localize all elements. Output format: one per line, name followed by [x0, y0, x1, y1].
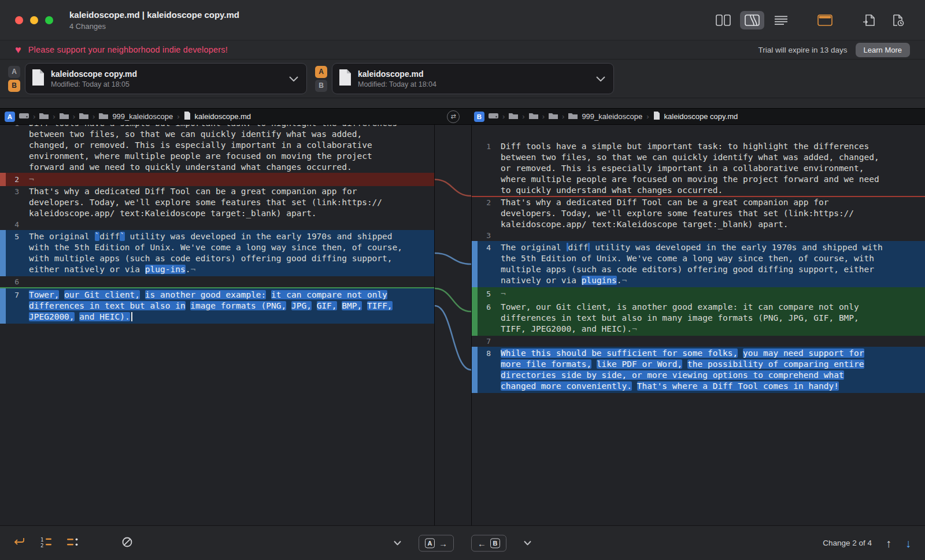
previous-change-button[interactable]: ↑ [886, 537, 891, 549]
diff-text [682, 359, 687, 369]
diff-line-ctx: 1Diff tools have a simple but important … [0, 125, 434, 173]
breadcrumb-file[interactable]: kaleidoscope.md [195, 112, 251, 121]
line-numbers-button[interactable]: 12 [40, 537, 52, 550]
diff-text: ¬ [632, 324, 637, 333]
folder-icon[interactable] [99, 112, 108, 121]
diff-text: . [617, 276, 622, 285]
breadcrumb-right: B › › › › 999_kaleidoscope › kaleidoscop… [472, 112, 925, 122]
line-numbers-icon: 12 [40, 537, 52, 550]
chevron-down-icon[interactable] [289, 73, 298, 84]
folder-icon[interactable] [39, 112, 49, 121]
connection-area [435, 125, 472, 525]
close-button[interactable] [15, 16, 23, 24]
diff-line-blank: 6 [0, 276, 434, 288]
next-change-button[interactable]: ↓ [905, 537, 911, 549]
diff-text: kaleidoscope.app/ text:Kaleidoscope targ… [501, 220, 789, 229]
file-shelf-button[interactable] [813, 11, 837, 29]
changes-list-button[interactable] [67, 537, 79, 550]
kaleidoscope-window: kaleidoscope.md | kaleidoscope copy.md 4… [0, 0, 925, 560]
show-invisibles-button[interactable] [13, 537, 25, 550]
zoom-button[interactable] [45, 16, 53, 24]
inline-diff-highlight: GIF, [317, 301, 337, 310]
folder-icon[interactable] [79, 112, 88, 121]
document-history-icon [891, 14, 904, 26]
diff-line-text [24, 276, 434, 287]
view-fluid-button[interactable] [740, 11, 764, 29]
copy-a-to-b-button[interactable]: A → [419, 535, 454, 551]
diff-text: That's why a dedicated Diff Tool can be … [501, 198, 828, 207]
diff-line-ctx: 1Diff tools have a simple but important … [472, 141, 925, 197]
view-two-pane-button[interactable] [711, 11, 735, 29]
view-toolbar [711, 11, 925, 29]
diff-text: with multiple apps (such as code editors… [29, 254, 393, 263]
diff-text: or removed. This is especially important… [501, 164, 864, 173]
line-number: 1 [472, 141, 496, 196]
file-icon [653, 112, 660, 121]
file-role-badges: A B [315, 66, 327, 92]
diff-text [312, 301, 317, 310]
diff-text: The original [29, 232, 95, 241]
inline-diff-highlight: plug-ins [145, 265, 186, 274]
document-icon [31, 69, 45, 88]
pane-a-badge: A [5, 112, 15, 122]
learn-more-button[interactable]: Learn More [856, 43, 910, 57]
b-letter-badge: B [490, 538, 500, 548]
merge-options-left-chevron[interactable] [394, 541, 401, 546]
diff-line-chg[interactable]: 4The original diff utility was developed… [472, 241, 925, 287]
view-unified-button[interactable] [769, 11, 793, 29]
diff-line-ctx: 3That's why a dedicated Diff Tool can be… [0, 186, 434, 219]
inline-diff-highlight: you may need support for [743, 348, 864, 358]
heart-icon: ♥ [15, 44, 21, 55]
folder-icon[interactable] [60, 112, 69, 121]
folder-icon[interactable] [529, 112, 538, 121]
line-number: 1 [0, 125, 24, 173]
diff-text [362, 301, 367, 310]
breadcrumb-separator: › [562, 112, 564, 121]
breadcrumb-file[interactable]: kaleidoscope copy.md [664, 112, 738, 121]
changes-count: 4 Changes [69, 22, 239, 31]
filter-off-icon [121, 536, 133, 550]
diff-text: changed, or removed. This is especially … [29, 140, 372, 150]
disk-icon[interactable] [489, 112, 498, 121]
folder-icon[interactable] [509, 112, 518, 121]
swap-files-button[interactable]: ⇄ [447, 110, 460, 123]
diff-line-add[interactable]: 5¬ [472, 287, 925, 301]
file-picker-row: A B kaleidoscope copy.md Modified: Today… [0, 60, 925, 98]
copy-b-to-a-button[interactable]: ← B [471, 535, 506, 551]
change-status: Change 2 of 4 [823, 539, 872, 547]
filter-button[interactable] [121, 536, 133, 550]
merge-options-right-chevron[interactable] [524, 541, 531, 546]
document-import-icon [863, 14, 875, 26]
diff-line-del[interactable]: 2¬ [0, 173, 434, 186]
breadcrumb-separator: › [53, 112, 55, 121]
minimize-button[interactable] [30, 16, 38, 24]
diff-line-chg[interactable]: 7Tower, our Git client, is another good … [0, 288, 434, 324]
svg-text:2: 2 [40, 542, 43, 547]
diff-content: 1Diff tools have a simple but important … [0, 125, 925, 525]
title-bar: kaleidoscope.md | kaleidoscope copy.md 4… [0, 0, 925, 40]
import-document-button[interactable] [857, 11, 881, 29]
breadcrumb-folder[interactable]: 999_kaleidoscope [112, 112, 173, 121]
breadcrumb-folder[interactable]: 999_kaleidoscope [582, 112, 642, 121]
changes-list-icon [67, 537, 79, 550]
diff-text: Diff tools have a simple but important t… [501, 142, 869, 151]
inline-diff-highlight: more file formats, [501, 359, 591, 369]
window-title: kaleidoscope.md | kaleidoscope copy.md [69, 10, 239, 20]
diff-line-text: That's why a dedicated Diff Tool can be … [496, 197, 925, 230]
file-picker-left[interactable]: kaleidoscope copy.md Modified: Today at … [25, 63, 307, 94]
folder-icon[interactable] [568, 112, 578, 121]
folder-icon[interactable] [549, 112, 558, 121]
chevron-down-icon[interactable] [596, 73, 605, 84]
diff-line-chg[interactable]: 8While this should be sufficient for som… [472, 347, 925, 393]
diff-line-text: Diff tools have a simple but important t… [24, 125, 434, 173]
line-number: 7 [0, 288, 24, 324]
footer-bar: 12 A → ← B Change 2 of 4 ↑ ↓ [0, 525, 925, 560]
file-picker-right[interactable]: kaleidoscope.md Modified: Today at 18:04 [332, 63, 614, 94]
history-button[interactable] [886, 11, 910, 29]
disk-icon[interactable] [19, 112, 29, 121]
diff-text [140, 290, 145, 299]
line-number: 6 [472, 301, 496, 336]
diff-line-chg[interactable]: 5The original `diff` utility was develop… [0, 230, 434, 276]
diff-line-add[interactable]: 6Tower, our Git client, is another good … [472, 301, 925, 336]
breadcrumb-separator: › [646, 112, 649, 121]
